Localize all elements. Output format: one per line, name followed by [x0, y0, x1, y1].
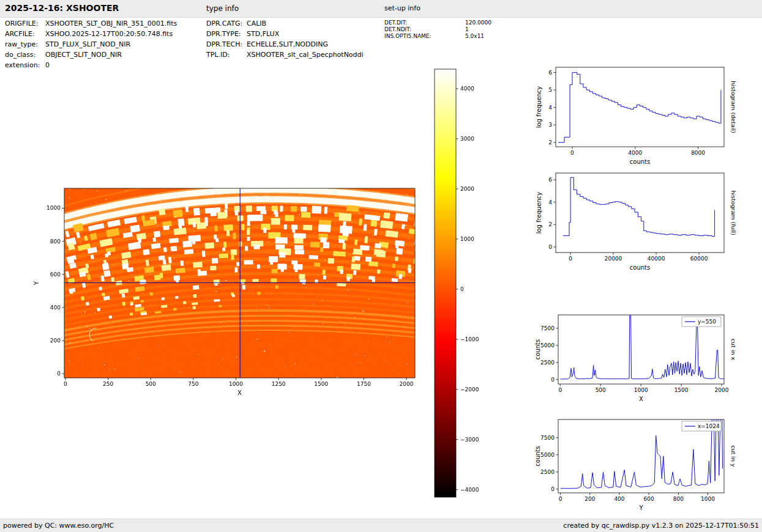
colorbar-axis: 40003000200010000−1000−2000−3000−4000 — [431, 64, 496, 502]
svg-text:800: 800 — [673, 496, 684, 502]
svg-text:1000: 1000 — [460, 236, 474, 242]
footer-right-text: created by qc_rawdisp.py v1.2.3 on 2025-… — [563, 522, 759, 530]
svg-text:400: 400 — [50, 305, 61, 311]
footer-left-text: powered by QC: www.eso.org/HC — [3, 522, 114, 530]
svg-text:4: 4 — [548, 105, 552, 111]
svg-text:500: 500 — [596, 387, 606, 393]
hist-detail-plot: 04000800023456countslog frequencyhistogr… — [520, 61, 753, 171]
svg-text:counts: counts — [534, 339, 541, 360]
cut-y-data-line — [561, 407, 723, 489]
cut-x-legend-label: y=550 — [698, 319, 716, 325]
svg-text:0: 0 — [548, 244, 552, 250]
cut-y-plot: 020040060080010000250050007500Ycountscut… — [523, 413, 753, 520]
svg-text:2000: 2000 — [460, 186, 474, 192]
svg-text:250: 250 — [103, 381, 113, 387]
svg-text:1000: 1000 — [229, 381, 243, 387]
svg-text:5000: 5000 — [540, 342, 555, 349]
svg-text:800: 800 — [50, 238, 61, 245]
svg-text:5: 5 — [548, 87, 552, 93]
svg-text:counts: counts — [534, 446, 541, 466]
svg-text:X: X — [639, 396, 643, 402]
footer-bar: powered by QC: www.eso.org/HC created by… — [0, 519, 762, 532]
svg-text:2500: 2500 — [540, 360, 555, 366]
svg-text:0: 0 — [64, 381, 67, 387]
svg-text:1500: 1500 — [674, 387, 689, 393]
svg-text:1000: 1000 — [47, 205, 61, 211]
svg-text:Y: Y — [33, 281, 40, 286]
svg-text:3: 3 — [548, 122, 552, 128]
svg-text:4: 4 — [548, 199, 552, 205]
svg-text:7500: 7500 — [540, 325, 555, 331]
svg-text:4000: 4000 — [460, 86, 474, 92]
svg-text:−1000: −1000 — [460, 336, 479, 342]
svg-text:500: 500 — [146, 381, 156, 387]
svg-text:40000: 40000 — [648, 256, 665, 262]
svg-text:0: 0 — [57, 371, 61, 377]
svg-text:2500: 2500 — [540, 469, 555, 475]
svg-text:7500: 7500 — [540, 435, 555, 441]
svg-text:2: 2 — [548, 139, 552, 146]
svg-text:6: 6 — [548, 70, 552, 76]
svg-text:600: 600 — [50, 272, 61, 278]
svg-text:600: 600 — [644, 496, 654, 502]
hist-detail-data-line — [558, 73, 721, 142]
cut-x-data-line — [560, 298, 725, 380]
svg-text:log frequency: log frequency — [536, 86, 542, 128]
svg-text:counts: counts — [630, 158, 650, 165]
svg-text:750: 750 — [188, 381, 198, 387]
svg-text:counts: counts — [630, 264, 650, 271]
svg-text:200: 200 — [50, 338, 61, 344]
plots-area: 0250500750100012501500175020000200400600… — [0, 0, 762, 532]
svg-text:200: 200 — [585, 496, 595, 502]
svg-text:4000: 4000 — [628, 150, 642, 156]
hist-full-plot: 02000040000600000246countslog frequencyh… — [520, 167, 753, 277]
svg-text:−3000: −3000 — [460, 437, 479, 443]
svg-text:0: 0 — [559, 496, 562, 502]
svg-text:0: 0 — [551, 486, 555, 492]
svg-text:8000: 8000 — [691, 150, 705, 156]
svg-text:X: X — [237, 390, 242, 396]
qc-rawdisp-page: 2025-12-16: XSHOOTER type info set-up in… — [0, 0, 762, 532]
svg-text:cut in x: cut in x — [730, 339, 737, 361]
svg-text:400: 400 — [614, 496, 624, 502]
svg-text:6: 6 — [548, 177, 552, 183]
main-image-axes: 0250500750100012501500175020000200400600… — [28, 181, 424, 406]
svg-text:cut in y: cut in y — [730, 445, 737, 467]
svg-text:20000: 20000 — [605, 256, 622, 262]
svg-text:0: 0 — [570, 150, 574, 156]
svg-text:1250: 1250 — [272, 381, 286, 387]
svg-text:0: 0 — [558, 387, 562, 393]
svg-text:5000: 5000 — [540, 452, 555, 458]
svg-text:0: 0 — [569, 256, 572, 262]
svg-text:histogram (detail): histogram (detail) — [730, 81, 737, 133]
svg-text:60000: 60000 — [690, 256, 708, 262]
svg-text:2000: 2000 — [715, 387, 729, 393]
svg-text:1500: 1500 — [314, 381, 328, 387]
cut-x-plot: 05001000150020000250050007500Xcountscut … — [523, 309, 753, 411]
cut-y-legend-label: x=1024 — [698, 423, 720, 429]
hist-full-data-line — [563, 177, 715, 236]
svg-text:−4000: −4000 — [460, 487, 479, 493]
svg-text:histogram (full): histogram (full) — [730, 190, 737, 235]
svg-text:1000: 1000 — [701, 496, 715, 502]
svg-text:2: 2 — [548, 221, 552, 227]
svg-text:0: 0 — [460, 286, 464, 292]
svg-text:log frequency: log frequency — [536, 192, 542, 234]
svg-text:1750: 1750 — [357, 381, 371, 387]
svg-text:2000: 2000 — [400, 381, 414, 387]
svg-text:−2000: −2000 — [460, 386, 479, 393]
svg-text:0: 0 — [551, 377, 555, 383]
svg-text:Y: Y — [638, 504, 643, 511]
svg-text:1000: 1000 — [634, 387, 648, 393]
svg-text:3000: 3000 — [460, 136, 474, 142]
